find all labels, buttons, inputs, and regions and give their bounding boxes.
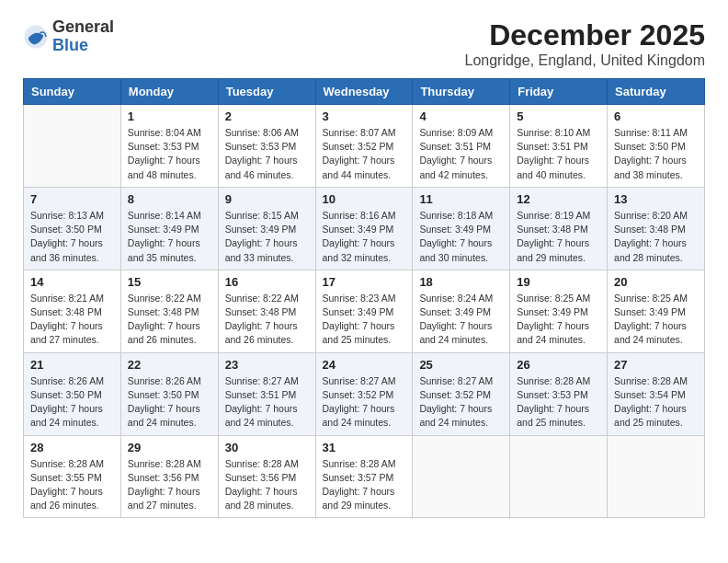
day-number: 3 bbox=[323, 109, 406, 123]
day-info: Sunrise: 8:16 AM Sunset: 3:49 PM Dayligh… bbox=[323, 209, 406, 265]
day-number: 9 bbox=[225, 192, 309, 206]
calendar-header-row: Sunday Monday Tuesday Wednesday Thursday… bbox=[24, 79, 705, 105]
day-number: 12 bbox=[517, 192, 600, 206]
day-info: Sunrise: 8:06 AM Sunset: 3:53 PM Dayligh… bbox=[225, 126, 309, 182]
table-row: 21Sunrise: 8:26 AM Sunset: 3:50 PM Dayli… bbox=[24, 352, 121, 435]
calendar-week-row: 7Sunrise: 8:13 AM Sunset: 3:50 PM Daylig… bbox=[24, 187, 705, 270]
day-number: 17 bbox=[323, 275, 406, 289]
day-info: Sunrise: 8:09 AM Sunset: 3:51 PM Dayligh… bbox=[419, 126, 503, 182]
day-info: Sunrise: 8:26 AM Sunset: 3:50 PM Dayligh… bbox=[30, 374, 114, 431]
logo-blue-text: Blue bbox=[52, 37, 114, 55]
calendar-week-row: 21Sunrise: 8:26 AM Sunset: 3:50 PM Dayli… bbox=[24, 352, 705, 435]
table-row: 31Sunrise: 8:28 AM Sunset: 3:57 PM Dayli… bbox=[315, 435, 413, 518]
day-info: Sunrise: 8:28 AM Sunset: 3:54 PM Dayligh… bbox=[614, 374, 698, 431]
calendar-week-row: 14Sunrise: 8:21 AM Sunset: 3:48 PM Dayli… bbox=[24, 270, 705, 352]
table-row: 22Sunrise: 8:26 AM Sunset: 3:50 PM Dayli… bbox=[120, 352, 218, 435]
day-info: Sunrise: 8:13 AM Sunset: 3:50 PM Dayligh… bbox=[30, 209, 114, 265]
table-row: 25Sunrise: 8:27 AM Sunset: 3:52 PM Dayli… bbox=[413, 352, 510, 435]
table-row: 29Sunrise: 8:28 AM Sunset: 3:56 PM Dayli… bbox=[120, 435, 218, 518]
day-info: Sunrise: 8:15 AM Sunset: 3:49 PM Dayligh… bbox=[225, 209, 309, 265]
table-row: 15Sunrise: 8:22 AM Sunset: 3:48 PM Dayli… bbox=[120, 270, 218, 352]
day-info: Sunrise: 8:19 AM Sunset: 3:48 PM Dayligh… bbox=[517, 209, 600, 265]
day-number: 4 bbox=[419, 109, 503, 123]
col-friday: Friday bbox=[510, 79, 608, 105]
day-number: 15 bbox=[128, 275, 211, 289]
table-row: 3Sunrise: 8:07 AM Sunset: 3:52 PM Daylig… bbox=[315, 105, 413, 188]
day-number: 22 bbox=[128, 358, 211, 372]
day-info: Sunrise: 8:27 AM Sunset: 3:52 PM Dayligh… bbox=[323, 374, 406, 431]
day-info: Sunrise: 8:10 AM Sunset: 3:51 PM Dayligh… bbox=[517, 126, 600, 182]
day-info: Sunrise: 8:20 AM Sunset: 3:48 PM Dayligh… bbox=[614, 209, 698, 265]
logo: General Blue bbox=[23, 18, 114, 55]
table-row: 8Sunrise: 8:14 AM Sunset: 3:49 PM Daylig… bbox=[120, 187, 218, 270]
col-saturday: Saturday bbox=[608, 79, 705, 105]
day-info: Sunrise: 8:28 AM Sunset: 3:55 PM Dayligh… bbox=[30, 457, 114, 513]
day-number: 31 bbox=[323, 441, 406, 454]
table-row: 26Sunrise: 8:28 AM Sunset: 3:53 PM Dayli… bbox=[510, 352, 608, 435]
day-number: 23 bbox=[225, 358, 309, 372]
table-row bbox=[413, 435, 510, 518]
day-number: 18 bbox=[419, 275, 503, 289]
day-number: 14 bbox=[30, 275, 114, 289]
table-row: 18Sunrise: 8:24 AM Sunset: 3:49 PM Dayli… bbox=[413, 270, 510, 352]
table-row: 10Sunrise: 8:16 AM Sunset: 3:49 PM Dayli… bbox=[315, 187, 413, 270]
day-number: 21 bbox=[30, 358, 114, 372]
day-info: Sunrise: 8:26 AM Sunset: 3:50 PM Dayligh… bbox=[128, 374, 211, 431]
col-wednesday: Wednesday bbox=[315, 79, 413, 105]
table-row bbox=[608, 435, 705, 518]
col-tuesday: Tuesday bbox=[218, 79, 315, 105]
day-info: Sunrise: 8:25 AM Sunset: 3:49 PM Dayligh… bbox=[614, 292, 698, 348]
day-number: 24 bbox=[323, 358, 406, 372]
table-row: 7Sunrise: 8:13 AM Sunset: 3:50 PM Daylig… bbox=[24, 187, 121, 270]
day-info: Sunrise: 8:14 AM Sunset: 3:49 PM Dayligh… bbox=[128, 209, 211, 265]
table-row: 30Sunrise: 8:28 AM Sunset: 3:56 PM Dayli… bbox=[218, 435, 315, 518]
day-number: 27 bbox=[614, 358, 698, 372]
day-info: Sunrise: 8:23 AM Sunset: 3:49 PM Dayligh… bbox=[323, 292, 406, 348]
page-header: General Blue December 2025 Longridge, En… bbox=[23, 18, 705, 69]
table-row: 20Sunrise: 8:25 AM Sunset: 3:49 PM Dayli… bbox=[608, 270, 705, 352]
day-number: 28 bbox=[30, 441, 114, 454]
calendar-week-row: 1Sunrise: 8:04 AM Sunset: 3:53 PM Daylig… bbox=[24, 105, 705, 188]
day-info: Sunrise: 8:04 AM Sunset: 3:53 PM Dayligh… bbox=[128, 126, 211, 182]
table-row: 5Sunrise: 8:10 AM Sunset: 3:51 PM Daylig… bbox=[510, 105, 608, 188]
day-number: 10 bbox=[323, 192, 406, 206]
table-row: 6Sunrise: 8:11 AM Sunset: 3:50 PM Daylig… bbox=[608, 105, 705, 188]
day-info: Sunrise: 8:28 AM Sunset: 3:57 PM Dayligh… bbox=[323, 457, 406, 513]
day-number: 1 bbox=[128, 109, 211, 123]
day-number: 13 bbox=[614, 192, 698, 206]
day-number: 11 bbox=[419, 192, 503, 206]
col-sunday: Sunday bbox=[24, 79, 121, 105]
day-info: Sunrise: 8:07 AM Sunset: 3:52 PM Dayligh… bbox=[323, 126, 406, 182]
day-info: Sunrise: 8:18 AM Sunset: 3:49 PM Dayligh… bbox=[419, 209, 503, 265]
day-info: Sunrise: 8:22 AM Sunset: 3:48 PM Dayligh… bbox=[225, 292, 309, 348]
month-title: December 2025 bbox=[464, 18, 705, 52]
day-info: Sunrise: 8:28 AM Sunset: 3:56 PM Dayligh… bbox=[128, 457, 211, 513]
day-number: 2 bbox=[225, 109, 309, 123]
day-info: Sunrise: 8:27 AM Sunset: 3:51 PM Dayligh… bbox=[225, 374, 309, 431]
calendar-week-row: 28Sunrise: 8:28 AM Sunset: 3:55 PM Dayli… bbox=[24, 435, 705, 518]
calendar-table: Sunday Monday Tuesday Wednesday Thursday… bbox=[23, 78, 705, 518]
col-monday: Monday bbox=[120, 79, 218, 105]
day-info: Sunrise: 8:28 AM Sunset: 3:53 PM Dayligh… bbox=[517, 374, 600, 431]
day-number: 20 bbox=[614, 275, 698, 289]
logo-icon bbox=[23, 24, 49, 50]
table-row: 14Sunrise: 8:21 AM Sunset: 3:48 PM Dayli… bbox=[24, 270, 121, 352]
day-info: Sunrise: 8:27 AM Sunset: 3:52 PM Dayligh… bbox=[419, 374, 503, 431]
table-row: 17Sunrise: 8:23 AM Sunset: 3:49 PM Dayli… bbox=[315, 270, 413, 352]
table-row: 13Sunrise: 8:20 AM Sunset: 3:48 PM Dayli… bbox=[608, 187, 705, 270]
day-number: 7 bbox=[30, 192, 114, 206]
day-info: Sunrise: 8:11 AM Sunset: 3:50 PM Dayligh… bbox=[614, 126, 698, 182]
day-number: 8 bbox=[128, 192, 211, 206]
table-row: 12Sunrise: 8:19 AM Sunset: 3:48 PM Dayli… bbox=[510, 187, 608, 270]
day-number: 30 bbox=[225, 441, 309, 454]
table-row: 2Sunrise: 8:06 AM Sunset: 3:53 PM Daylig… bbox=[218, 105, 315, 188]
day-info: Sunrise: 8:25 AM Sunset: 3:49 PM Dayligh… bbox=[517, 292, 600, 348]
table-row: 9Sunrise: 8:15 AM Sunset: 3:49 PM Daylig… bbox=[218, 187, 315, 270]
table-row: 4Sunrise: 8:09 AM Sunset: 3:51 PM Daylig… bbox=[413, 105, 510, 188]
table-row: 27Sunrise: 8:28 AM Sunset: 3:54 PM Dayli… bbox=[608, 352, 705, 435]
day-number: 26 bbox=[517, 358, 600, 372]
day-info: Sunrise: 8:21 AM Sunset: 3:48 PM Dayligh… bbox=[30, 292, 114, 348]
col-thursday: Thursday bbox=[413, 79, 510, 105]
day-number: 25 bbox=[419, 358, 503, 372]
table-row: 1Sunrise: 8:04 AM Sunset: 3:53 PM Daylig… bbox=[120, 105, 218, 188]
